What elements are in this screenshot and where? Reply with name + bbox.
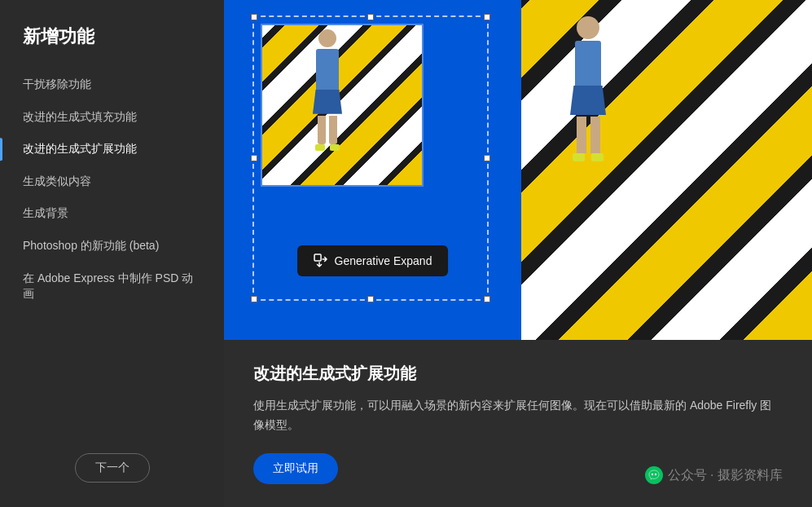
person-leg-right xyxy=(329,116,337,144)
right-person-leg-left xyxy=(577,117,586,153)
generative-expand-icon xyxy=(314,254,328,268)
handle-bm[interactable] xyxy=(367,296,374,302)
handle-tl[interactable] xyxy=(251,14,257,20)
sidebar-item-generative-fill[interactable]: 改进的生成式填充功能 xyxy=(0,101,224,134)
sidebar-bottom: 下一个 xyxy=(0,453,224,483)
person-shoe-left xyxy=(315,144,325,151)
sidebar-item-generate-background[interactable]: 生成背景 xyxy=(0,197,224,230)
person-figure xyxy=(303,29,352,143)
watermark: 公众号 · 摄影资料库 xyxy=(645,466,783,484)
right-person-shoe-left xyxy=(573,153,585,161)
person-body xyxy=(316,49,339,90)
right-person xyxy=(570,16,606,161)
person-shoe-right xyxy=(330,144,340,151)
right-person-legs xyxy=(570,117,606,153)
svg-point-2 xyxy=(654,474,656,475)
try-button[interactable]: 立即试用 xyxy=(253,453,338,484)
right-zebra-pattern xyxy=(521,0,812,340)
handle-rm[interactable] xyxy=(484,155,490,161)
inner-photo xyxy=(261,24,424,187)
preview-inner: Generative Expand xyxy=(252,15,493,301)
svg-rect-0 xyxy=(314,254,321,261)
handle-tm[interactable] xyxy=(367,14,374,20)
generative-expand-label: Generative Expand xyxy=(335,254,432,267)
sidebar-item-distraction-removal[interactable]: 干扰移除功能 xyxy=(0,68,224,101)
person-legs xyxy=(303,116,352,144)
handle-tr[interactable] xyxy=(484,14,490,20)
right-person-leg-right xyxy=(590,117,600,153)
sidebar-item-adobe-express[interactable]: 在 Adobe Express 中制作 PSD 动画 xyxy=(0,262,224,311)
image-area: Generative Expand xyxy=(224,0,812,340)
generative-expand-button[interactable]: Generative Expand xyxy=(297,245,449,276)
right-image xyxy=(521,0,812,340)
description-text: 使用生成式扩展功能，可以用融入场景的新内容来扩展任何图像。现在可以借助最新的 A… xyxy=(253,396,775,435)
right-person-head xyxy=(577,16,599,39)
right-person-skirt xyxy=(570,86,606,115)
right-person-shoes xyxy=(570,153,606,161)
sidebar-title: 新增功能 xyxy=(0,24,224,68)
wechat-icon xyxy=(645,466,663,484)
right-person-shoe-right xyxy=(591,153,604,161)
description-panel: 改进的生成式扩展功能 使用生成式扩展功能，可以用融入场景的新内容来扩展任何图像。… xyxy=(224,340,812,507)
next-button[interactable]: 下一个 xyxy=(75,453,150,483)
preview-panel: Generative Expand xyxy=(224,0,521,340)
sidebar-item-photoshop-beta[interactable]: Photoshop 的新功能 (beta) xyxy=(0,230,224,262)
sidebar-item-generative-expand[interactable]: 改进的生成式扩展功能 xyxy=(0,133,224,165)
person-skirt xyxy=(313,90,342,114)
right-person-body xyxy=(575,41,601,86)
person-head xyxy=(318,29,336,47)
handle-bl[interactable] xyxy=(251,296,257,302)
watermark-text: 公众号 · 摄影资料库 xyxy=(668,467,783,484)
handle-lm[interactable] xyxy=(251,155,257,161)
sidebar-item-generate-similar[interactable]: 生成类似内容 xyxy=(0,165,224,198)
svg-point-1 xyxy=(651,474,652,475)
description-title: 改进的生成式扩展功能 xyxy=(253,363,783,385)
inner-zebra xyxy=(262,25,422,185)
sidebar: 新增功能 干扰移除功能 改进的生成式填充功能 改进的生成式扩展功能 生成类似内容… xyxy=(0,0,224,507)
main-content: Generative Expand xyxy=(224,0,812,507)
person-leg-left xyxy=(318,116,326,144)
handle-br[interactable] xyxy=(484,296,490,302)
person-shoes xyxy=(303,144,352,151)
